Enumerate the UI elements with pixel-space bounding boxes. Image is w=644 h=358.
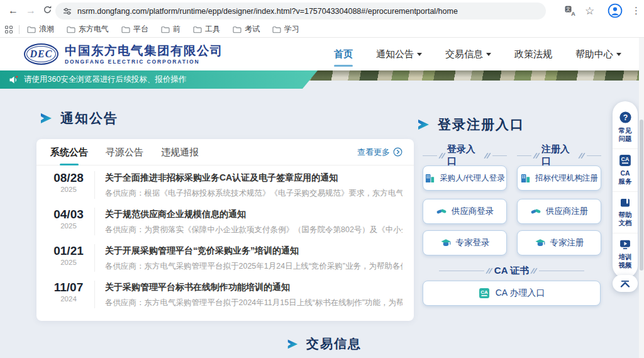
ca-certificate-divider: CA 证书 bbox=[423, 265, 601, 277]
toolbar-label: 帮助文档 bbox=[618, 211, 633, 227]
reload-icon[interactable] bbox=[39, 3, 55, 20]
register-divider-label: 注册入口 bbox=[541, 143, 577, 167]
nav-item-notices[interactable]: 通知公告 bbox=[376, 38, 422, 70]
handshake-icon bbox=[530, 206, 541, 216]
folder-icon bbox=[27, 26, 36, 33]
nav-item-help-center[interactable]: 帮助中心 bbox=[575, 38, 621, 70]
folder-icon bbox=[67, 26, 75, 33]
notice-card: 系统公告 寻源公告 违规通报 查看更多 08/28 2025 关于全面推进非招标… bbox=[36, 139, 414, 321]
folder-icon bbox=[121, 26, 130, 33]
notice-date: 08/28 2025 bbox=[49, 171, 88, 199]
bookmark-item[interactable]: 平台 bbox=[121, 24, 148, 35]
scrollbar-track[interactable] bbox=[639, 38, 644, 358]
address-bar[interactable]: nsrm.dongfang.com/platform/runtime/epp/d… bbox=[55, 3, 546, 20]
site-header: DEC 中国东方电气集团有限公司 DONGFANG ELECTRIC CORPO… bbox=[0, 38, 644, 70]
view-more-label: 查看更多 bbox=[357, 147, 390, 158]
nav-item-trade-info[interactable]: 交易信息 bbox=[445, 38, 491, 70]
bookmark-label: 学习 bbox=[284, 24, 299, 35]
bookmark-item[interactable]: 东方电气 bbox=[67, 24, 109, 35]
divider-slashes bbox=[440, 153, 444, 159]
notice-list-item[interactable]: 01/21 2025 关于开展采购管理平台“竞价采购业务”培训的通知 各供应商：… bbox=[36, 238, 414, 275]
toolbar-label: CA 服务 bbox=[618, 169, 633, 186]
section-arrow-icon bbox=[416, 118, 430, 131]
faq-button[interactable]: ? 常见问题 bbox=[613, 106, 638, 148]
notice-title[interactable]: 关于开展采购管理平台“竞价采购业务”培训的通知 bbox=[105, 245, 402, 257]
notice-tabs: 系统公告 寻源公告 违规通报 查看更多 bbox=[36, 139, 414, 165]
agency-register-button[interactable]: 招标代理机构注册 bbox=[517, 165, 601, 191]
view-more-link[interactable]: 查看更多 bbox=[357, 147, 402, 158]
toolbar-label: 常见问题 bbox=[618, 126, 633, 143]
ca-badge-icon: CA bbox=[479, 288, 490, 299]
screen: ← → nsrm.dongfang.com/platform/runtime/e… bbox=[0, 0, 644, 358]
ca-apply-button[interactable]: CA CA 办理入口 bbox=[423, 281, 601, 306]
bookmark-item[interactable]: 工具 bbox=[193, 24, 220, 35]
bookmark-label: 平台 bbox=[133, 24, 148, 35]
back-icon[interactable]: ← bbox=[5, 3, 21, 19]
url-text[interactable]: nsrm.dongfang.com/platform/runtime/epp/d… bbox=[77, 7, 458, 16]
notice-date: 04/03 2025 bbox=[49, 208, 88, 235]
nav-label: 交易信息 bbox=[445, 38, 483, 70]
notice-list-item[interactable]: 04/03 2025 关于规范供应商企业规模信息的通知 各供应商：为贯彻落实《保… bbox=[36, 202, 414, 238]
notice-list-item[interactable]: 08/28 2025 关于全面推进非招标采购业务CA认证及电子签章应用的通知 各… bbox=[36, 165, 414, 202]
purchaser-login-button[interactable]: 采购人/代理人登录 bbox=[423, 165, 507, 191]
menu-kebab-icon[interactable]: ⋮ bbox=[631, 3, 641, 18]
tab-sourcing-notices[interactable]: 寻源公告 bbox=[106, 139, 143, 165]
button-label: 供应商注册 bbox=[546, 206, 589, 217]
bookmark-item[interactable]: 前 bbox=[161, 24, 180, 35]
notice-summary: 各供应商：为贯彻落实《保障中小企业款项支付条例》（国务院令第802号）及《中小企… bbox=[105, 225, 402, 235]
help-docs-button[interactable]: 帮助文档 bbox=[613, 191, 638, 233]
bookmark-star-icon[interactable]: ☆ bbox=[585, 3, 594, 18]
back-to-top-button[interactable] bbox=[613, 275, 638, 292]
dec-logo-oval: DEC bbox=[24, 43, 58, 65]
notice-title[interactable]: 关于规范供应商企业规模信息的通知 bbox=[105, 209, 402, 220]
notice-list-item[interactable]: 11/07 2024 关于采购管理平台标书在线制作功能培训的通知 各供应商：东方… bbox=[36, 275, 414, 311]
bookmark-item[interactable]: 学习 bbox=[272, 24, 299, 35]
section-title: 通知公告 bbox=[60, 109, 118, 127]
divider-line bbox=[517, 155, 531, 156]
nav-item-policies[interactable]: 政策法规 bbox=[514, 38, 552, 70]
profile-avatar[interactable] bbox=[608, 3, 623, 18]
nav-label: 首页 bbox=[334, 38, 353, 70]
expert-login-button[interactable]: 专家登录 bbox=[423, 230, 507, 255]
notice-date-md: 08/28 bbox=[49, 171, 88, 185]
translate-icon[interactable]: 文 A bbox=[565, 3, 576, 18]
expert-register-button[interactable]: 专家注册 bbox=[517, 230, 601, 255]
supplier-login-button[interactable]: 供应商登录 bbox=[423, 199, 507, 224]
forward-icon[interactable]: → bbox=[23, 3, 39, 19]
bookmark-item[interactable]: 考试 bbox=[233, 24, 260, 35]
notice-title[interactable]: 关于采购管理平台标书在线制作功能培训的通知 bbox=[105, 282, 402, 293]
section-title: 交易信息 bbox=[306, 335, 362, 352]
divider-line bbox=[539, 271, 584, 271]
handshake-icon bbox=[436, 206, 447, 216]
notice-date-year: 2024 bbox=[49, 295, 88, 303]
bookmarks-bar: 浪潮 东方电气 平台 前 工具 考试 学习 bbox=[0, 21, 644, 38]
notice-title[interactable]: 关于全面推进非招标采购业务CA认证及电子签章应用的通知 bbox=[105, 172, 402, 184]
bookmark-label: 考试 bbox=[245, 24, 260, 35]
main-nav: 首页 通知公告 交易信息 政策法规 帮助中心 bbox=[334, 38, 621, 70]
chevron-down-icon bbox=[417, 53, 422, 56]
divider-slashes bbox=[486, 153, 489, 159]
notice-date-md: 11/07 bbox=[49, 281, 88, 294]
divider-line bbox=[423, 155, 437, 156]
speaker-icon bbox=[9, 76, 19, 84]
ca-service-button[interactable]: CA CA 服务 bbox=[613, 148, 638, 191]
tab-violation-reports[interactable]: 违规通报 bbox=[161, 139, 199, 165]
chevron-down-icon bbox=[616, 53, 621, 56]
floating-side-toolbar: ? 常见问题 CA CA 服务 帮助文档 培训视频 bbox=[613, 101, 638, 278]
notice-summary: 各供应商：东方电气采购管理平台拟于2025年1月24日上线“竞价采购”业务，为帮… bbox=[105, 261, 402, 272]
training-videos-button[interactable]: 培训视频 bbox=[613, 233, 638, 275]
scrollbar-thumb[interactable] bbox=[640, 120, 643, 271]
company-name-en: DONGFANG ELECTRIC CORPORATION bbox=[65, 59, 223, 65]
button-label: 专家注册 bbox=[550, 237, 584, 249]
apps-grid-icon[interactable] bbox=[5, 26, 13, 33]
site-settings-icon[interactable] bbox=[63, 7, 72, 16]
button-label: 采购人/代理人登录 bbox=[440, 173, 504, 184]
notice-date-year: 2025 bbox=[49, 259, 88, 266]
company-logo[interactable]: DEC 中国东方电气集团有限公司 DONGFANG ELECTRIC CORPO… bbox=[24, 43, 223, 65]
supplier-register-button[interactable]: 供应商注册 bbox=[517, 199, 601, 224]
logo-text: DEC bbox=[30, 48, 53, 60]
nav-item-home[interactable]: 首页 bbox=[334, 38, 353, 70]
book-icon bbox=[619, 197, 631, 208]
bookmark-item[interactable]: 浪潮 bbox=[27, 24, 54, 35]
tab-system-notices[interactable]: 系统公告 bbox=[50, 139, 88, 165]
